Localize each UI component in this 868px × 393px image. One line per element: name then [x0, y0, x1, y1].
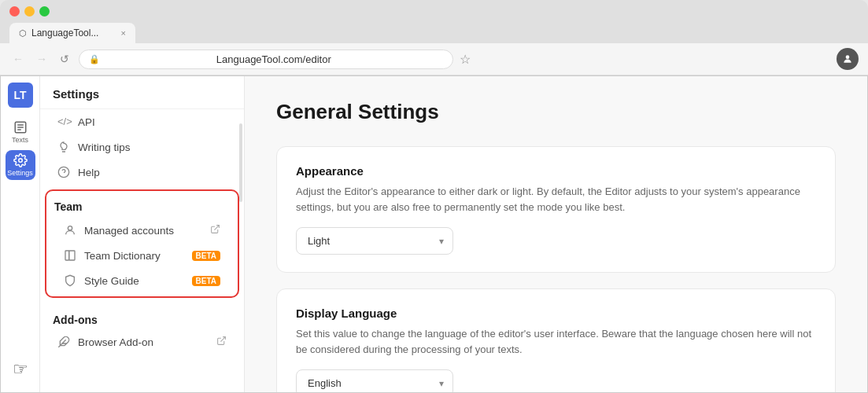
appearance-select-wrapper: Light System default Dark ▾ — [296, 227, 453, 255]
address-bar: ← → ↺ 🔒 LanguageTool.com/editor ☆ — [0, 43, 868, 75]
tabs-bar: ⬡ LanguageTool... × — [9, 23, 859, 43]
style-guide-label: Style Guide — [84, 275, 179, 287]
forward-button[interactable]: → — [33, 51, 50, 67]
svg-point-5 — [18, 159, 22, 163]
sidebar-item-writing-tips[interactable]: Writing tips — [45, 134, 239, 160]
lock-icon: 🔒 — [89, 54, 100, 64]
sidebar-item-browser-addon[interactable]: Browser Add-on — [45, 329, 239, 354]
url-bar[interactable]: 🔒 LanguageTool.com/editor — [79, 50, 453, 69]
rail-texts-label: Texts — [12, 136, 28, 144]
sidebar-item-api[interactable]: </> API — [45, 109, 239, 134]
sidebar-title: Settings — [40, 76, 244, 109]
rail-texts-button[interactable]: Texts — [6, 117, 35, 147]
appearance-card: Appearance Adjust the Editor's appearanc… — [276, 146, 836, 273]
sidebar-item-managed-accounts[interactable]: Managed accounts — [51, 218, 233, 243]
url-text: LanguageTool.com/editor — [105, 53, 443, 65]
appearance-card-desc: Adjust the Editor's appearance to either… — [296, 184, 816, 215]
traffic-lights — [9, 6, 859, 17]
browser-addon-label: Browser Add-on — [78, 336, 209, 348]
display-language-card: Display Language Set this value to chang… — [276, 288, 836, 392]
svg-rect-10 — [65, 251, 69, 260]
profile-button[interactable] — [837, 48, 859, 70]
appearance-card-title: Appearance — [296, 164, 816, 178]
svg-point-8 — [68, 226, 72, 230]
tab-title: LanguageTool... — [31, 28, 98, 39]
help-icon — [57, 166, 70, 178]
tab-icon: ⬡ — [19, 28, 27, 39]
svg-rect-11 — [69, 251, 75, 260]
main-content: General Settings Appearance Adjust the E… — [245, 76, 867, 392]
rail-settings-button[interactable]: Settings — [6, 150, 35, 180]
refresh-button[interactable]: ↺ — [57, 51, 72, 67]
traffic-light-yellow[interactable] — [24, 6, 35, 17]
svg-line-12 — [220, 337, 225, 342]
sidebar-writing-tips-label: Writing tips — [78, 141, 227, 153]
svg-point-0 — [846, 55, 850, 59]
code-icon: </> — [57, 116, 70, 128]
sidebar-item-team-dictionary[interactable]: Team Dictionary BETA — [51, 243, 233, 268]
scrollbar — [239, 123, 242, 202]
sidebar: Settings </> API Writing tips Help Team — [40, 76, 245, 392]
back-button[interactable]: ← — [9, 51, 27, 67]
book-icon — [64, 249, 76, 262]
team-section-label: Team — [46, 194, 238, 218]
rail-settings-label: Settings — [7, 169, 33, 177]
puzzle-icon — [57, 336, 70, 348]
display-language-desc: Set this value to change the language of… — [296, 326, 816, 357]
display-language-select[interactable]: English German French Spanish — [296, 369, 453, 392]
tab-close-button[interactable]: × — [121, 28, 126, 38]
icon-rail: LT Texts Settings ☞ — [1, 76, 40, 392]
style-guide-beta-badge: BETA — [192, 276, 220, 286]
sidebar-help-label: Help — [78, 167, 227, 178]
team-section: Team Managed accounts Team Dictionary BE… — [45, 189, 239, 298]
display-language-select-wrapper: English German French Spanish ▾ — [296, 369, 453, 392]
sidebar-item-help[interactable]: Help — [45, 160, 239, 185]
sidebar-item-style-guide[interactable]: Style Guide BETA — [51, 268, 233, 293]
lt-logo: LT — [8, 83, 33, 108]
svg-line-9 — [214, 226, 219, 230]
display-language-title: Display Language — [296, 307, 816, 320]
appearance-select[interactable]: Light System default Dark — [296, 227, 453, 255]
addons-section-label: Add-ons — [40, 303, 244, 329]
user-icon — [64, 224, 76, 237]
cursor-indicator: ☞ — [13, 359, 28, 380]
team-dictionary-label: Team Dictionary — [84, 250, 179, 262]
app-window: LT Texts Settings ☞ Settings </> API Wri… — [0, 75, 868, 393]
bookmark-button[interactable]: ☆ — [460, 52, 471, 67]
traffic-light-green[interactable] — [39, 6, 50, 17]
lightbulb-icon — [57, 141, 70, 153]
sidebar-api-label: API — [78, 116, 227, 128]
external-link-icon — [210, 224, 220, 237]
traffic-light-red[interactable] — [9, 6, 20, 17]
page-title: General Settings — [276, 100, 836, 124]
managed-accounts-label: Managed accounts — [84, 225, 202, 237]
shield-icon — [64, 274, 76, 287]
browser-chrome: ⬡ LanguageTool... × — [0, 0, 868, 43]
team-dictionary-beta-badge: BETA — [192, 251, 220, 261]
browser-addon-ext-icon — [216, 336, 227, 348]
active-tab[interactable]: ⬡ LanguageTool... × — [9, 23, 135, 43]
